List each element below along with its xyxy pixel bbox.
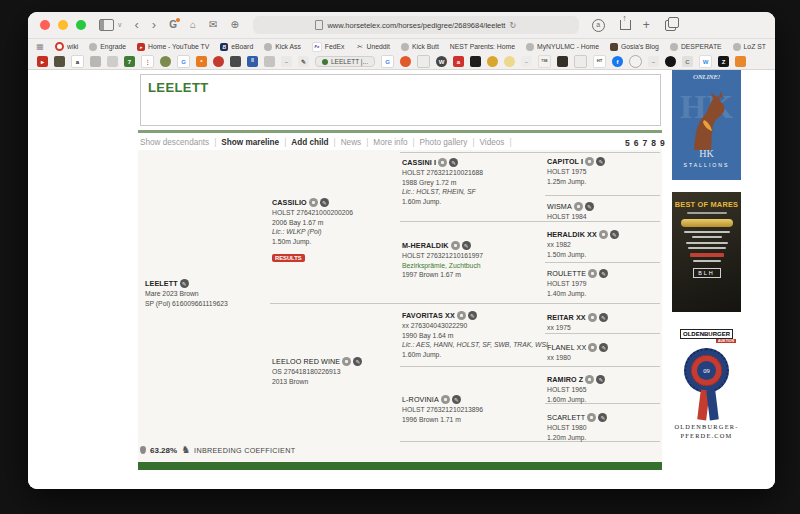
dark-app-icon[interactable] xyxy=(230,56,241,67)
edge-orange-icon[interactable] xyxy=(735,56,746,67)
photo-icon[interactable] xyxy=(457,311,466,320)
edit-icon[interactable] xyxy=(462,241,471,250)
nav-show-mareline[interactable]: Show mareline xyxy=(221,138,291,147)
mosaic-icon[interactable] xyxy=(54,56,65,67)
edit-icon[interactable] xyxy=(585,202,594,211)
amazon-icon[interactable]: a xyxy=(71,55,84,68)
edit-icon[interactable] xyxy=(320,198,329,207)
photo-app-icon[interactable] xyxy=(470,56,481,67)
shield-icon[interactable] xyxy=(417,55,430,68)
nav-more-info[interactable]: More info xyxy=(373,138,419,147)
dash2-icon[interactable]: – xyxy=(648,56,659,67)
pause-icon[interactable]: II xyxy=(247,56,258,67)
back-button[interactable]: ‹ xyxy=(135,20,139,30)
ad-oldenburger[interactable]: OLDENBURGERAUKTION 09 OLDENBURGER- PFERD… xyxy=(672,322,741,462)
bookmark-gosias-blog[interactable]: Gosia's Blog xyxy=(610,43,659,51)
compose-icon[interactable]: ✉ xyxy=(209,20,217,30)
shield2-icon[interactable] xyxy=(574,55,587,68)
nav-show-descendants[interactable]: Show descendants xyxy=(140,138,221,147)
gray-app2-icon[interactable] xyxy=(264,56,275,67)
tab-overview-icon[interactable] xyxy=(665,20,676,31)
gen-link-9[interactable]: 9 xyxy=(660,138,665,148)
horse-name-link[interactable]: FLANEL XX xyxy=(547,343,586,352)
z-app-icon[interactable]: Z xyxy=(718,56,729,67)
grid-icon[interactable]: ▦ xyxy=(36,43,44,51)
horse-name-link[interactable]: CASSILIO xyxy=(272,198,307,207)
horse-name-link[interactable]: ROULETTE xyxy=(547,269,586,278)
zoom-window-button[interactable] xyxy=(76,20,86,30)
globe-icon[interactable]: ⊕ xyxy=(230,20,238,30)
horse-name-link[interactable]: LEELOO RED WINE xyxy=(272,357,340,366)
edit-icon[interactable] xyxy=(596,157,605,166)
photo-icon[interactable] xyxy=(588,313,597,322)
share-icon[interactable] xyxy=(620,20,631,30)
forward-button[interactable]: › xyxy=(152,20,156,30)
pale-dot-icon[interactable] xyxy=(504,56,515,67)
home-icon[interactable]: ⌂ xyxy=(190,20,196,30)
minimize-window-button[interactable] xyxy=(58,20,68,30)
bookmark-engrade[interactable]: Engrade xyxy=(89,43,126,51)
bookmark-kick-butt[interactable]: Kick Butt xyxy=(401,43,439,51)
sidebar-toggle-icon[interactable] xyxy=(99,19,114,31)
youtube-icon[interactable]: ▸ xyxy=(37,56,48,67)
flower-icon[interactable]: * xyxy=(196,56,207,67)
butterfly-icon[interactable]: W xyxy=(699,55,712,68)
bookmark-uneddit[interactable]: ✂Uneddit xyxy=(356,43,390,51)
dots-icon[interactable]: ⋮ xyxy=(141,55,154,68)
bookmark-eboard[interactable]: BeBoard xyxy=(220,43,253,51)
photo-icon[interactable] xyxy=(588,343,597,352)
edit-icon[interactable] xyxy=(599,313,608,322)
bookmark-nest-parents[interactable]: NEST Parents: Home xyxy=(450,43,515,50)
photo-icon[interactable] xyxy=(574,202,583,211)
red-circle-icon[interactable] xyxy=(213,56,224,67)
orange-circle-icon[interactable] xyxy=(400,56,411,67)
photo-icon[interactable] xyxy=(585,157,594,166)
horse-name-link[interactable]: FAVORITAS XX xyxy=(402,311,455,320)
edit-icon[interactable] xyxy=(449,158,458,167)
horse-name-link[interactable]: SCARLETT xyxy=(547,413,585,422)
c-app-icon[interactable]: C xyxy=(682,56,693,67)
photo-icon[interactable] xyxy=(451,241,460,250)
apple-icon[interactable] xyxy=(107,56,118,67)
edit-icon[interactable] xyxy=(468,311,477,320)
horse-name-link[interactable]: LEELETT xyxy=(145,279,178,288)
google2-icon[interactable]: G xyxy=(381,55,394,68)
horse-name-link[interactable]: M-HERALDIK xyxy=(402,241,449,250)
new-tab-button[interactable]: + xyxy=(643,20,650,30)
photo-icon[interactable] xyxy=(438,158,447,167)
extension-icon[interactable]: G xyxy=(169,20,177,30)
gen-link-7[interactable]: 7 xyxy=(642,138,647,148)
facebook-icon[interactable]: f xyxy=(612,56,623,67)
edit-icon[interactable] xyxy=(452,395,461,404)
close-window-button[interactable] xyxy=(40,20,50,30)
light-dash-icon[interactable]: – xyxy=(521,56,532,67)
olive-icon[interactable] xyxy=(160,56,171,67)
edit-icon[interactable] xyxy=(599,269,608,278)
wordpress-icon[interactable]: W xyxy=(436,56,447,67)
bookmark-loz-st[interactable]: LoZ ST xyxy=(733,43,766,51)
edit-icon[interactable] xyxy=(353,357,362,366)
ad-hk-stallions[interactable]: ONLINE! HK HK STALLIONS xyxy=(672,70,741,180)
tsb-icon[interactable]: TSB xyxy=(538,55,551,68)
photo-icon[interactable] xyxy=(599,230,608,239)
bookmark-youtube-tv[interactable]: ▸Home - YouTube TV xyxy=(137,43,209,51)
horse-name-link[interactable]: CASSINI I xyxy=(402,158,436,167)
edit-icon[interactable] xyxy=(180,279,189,288)
edit-icon[interactable] xyxy=(599,343,608,352)
horse-name-link[interactable]: HERALDIK XX xyxy=(547,230,597,239)
gray-app-icon[interactable] xyxy=(90,56,101,67)
profile-icon[interactable]: a xyxy=(592,19,605,32)
reload-icon[interactable]: ↻ xyxy=(509,21,516,30)
bookmark-kick-ass[interactable]: Kick Ass xyxy=(264,43,301,51)
horse-name-link[interactable]: REITAR XX xyxy=(547,313,586,322)
seven-icon[interactable]: 7 xyxy=(124,56,135,67)
gen-link-6[interactable]: 6 xyxy=(634,138,639,148)
photo-icon[interactable] xyxy=(441,395,450,404)
horse-name-link[interactable]: RAMIRO Z xyxy=(547,375,583,384)
photo-icon[interactable] xyxy=(309,198,318,207)
ht-icon[interactable]: HT xyxy=(593,55,606,68)
bookmark-mynyulmc[interactable]: MyNYULMC - Home xyxy=(526,43,599,51)
gen-link-5[interactable]: 5 xyxy=(625,138,630,148)
edit-icon[interactable] xyxy=(610,230,619,239)
bookmark-wiki[interactable]: wiki xyxy=(55,42,78,51)
